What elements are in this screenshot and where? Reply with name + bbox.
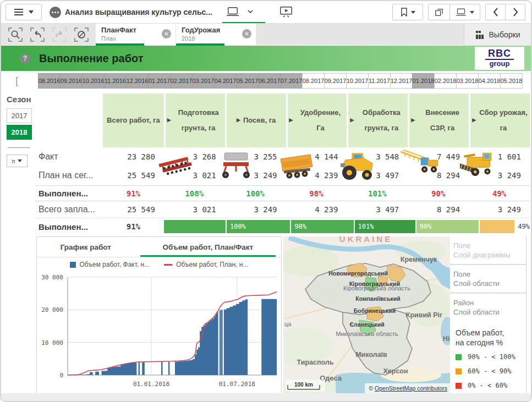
fact-value-cell: 3 548 [347,152,408,161]
caret-down-icon [470,11,474,14]
timeline-cell[interactable]: 08.2017 [302,73,325,89]
bookmarks-button[interactable] [392,4,423,20]
expand-icon[interactable]: ▶ [411,115,415,125]
clear-selections-icon[interactable] [73,26,90,43]
column-header-2[interactable]: ▶Подготовка грунта, га [164,93,225,147]
timeline-cell[interactable]: 10.2016 [82,73,105,89]
timeline-cell[interactable]: 03.2018 [456,73,479,89]
sheet-view-icon[interactable] [226,5,240,18]
timeline-cell[interactable]: 06.2017 [258,73,281,89]
plan-value-cell: 3 249 [225,171,286,180]
season-option-2018[interactable]: 2018 [7,125,32,140]
expand-icon[interactable]: ▶ [237,115,240,125]
total-value-cell: 25 549 [103,205,164,214]
chevron-down-icon[interactable] [248,10,253,14]
expand-icon[interactable]: ▶ [472,115,476,125]
row-label-total-planned: Всего запла... [35,205,103,214]
timeline-cell[interactable]: 09.2017 [324,73,347,89]
filter-value: 2018 [182,35,195,42]
timeline-cell[interactable]: 05.2017 [236,73,259,89]
filter-chip-godurozhaya[interactable]: ГодУрожая 2018 ✕ [176,24,256,46]
map-attribution[interactable]: © OpenStreetMap contributors [369,385,447,392]
column-header-5[interactable]: ▶Обработка грунта, га [347,93,408,147]
grid-icon [475,30,484,39]
column-header-6[interactable]: ▶Внесение СЗР, га [408,93,469,147]
timeline-cell[interactable]: 08.2016 [38,73,61,89]
timeline-cell[interactable]: 10.2017 [346,73,369,89]
divider [8,147,30,148]
filter-field: ГодУрожая [182,26,220,34]
fact-value-cell: 3 268 [164,152,225,161]
district-label: Єланецький [349,321,384,328]
timeline-cell[interactable]: 07.2017 [280,73,303,89]
sheet-list-button[interactable] [449,4,480,20]
close-icon[interactable]: ✕ [242,29,251,38]
row-label-done-pct: Выполнен... [35,189,103,198]
caret-down-icon [411,11,415,14]
timeline-cell[interactable]: 04.2018 [478,73,501,89]
completion-bar-segment: 98% [291,220,353,233]
app-options-icon[interactable] [50,7,61,18]
bookmark-icon [401,8,408,16]
season-option-2017[interactable]: 2017 [7,108,32,123]
legend-range-label: 90% - < 100% [468,353,515,361]
expand-icon[interactable]: ▶ [350,115,354,125]
city-label-partial: ца [284,321,292,327]
fact-value-cell: 1 601 [469,152,530,161]
timeline-cell[interactable]: 02.2017 [170,73,193,89]
timeline-range-handle[interactable]: [ [15,75,18,87]
close-icon[interactable]: ✕ [162,29,171,38]
timeline-cell[interactable]: 04.2017 [214,73,237,89]
tab-work-schedule[interactable]: График работ [37,237,135,257]
timeline-cell[interactable]: 03.2017 [192,73,215,89]
selections-tool-button[interactable]: Выборки [464,24,531,46]
svg-text:10 000: 10 000 [41,339,63,346]
timeline-cell[interactable]: 12.2017 [390,73,413,89]
timeline-cell[interactable]: 01.2018 [412,73,435,89]
layer-group-area-district[interactable]: РайонСлой области [451,294,526,321]
previous-sheet-button[interactable] [485,4,506,20]
next-sheet-button[interactable] [505,4,525,20]
global-menu-button[interactable] [6,4,42,20]
legend-item-fact: Объем работ, Факт, н... [70,261,150,268]
chevron-down-icon [29,10,34,14]
timeline-cell[interactable]: 11.2016 [104,73,127,89]
smart-search-icon[interactable] [7,26,24,43]
help-icon[interactable]: ? [20,53,30,64]
expand-icon[interactable]: ▶ [167,115,171,125]
fact-value-cell: 7 449 [408,152,469,161]
svg-text:20 000: 20 000 [41,306,63,313]
timeline-cell[interactable]: 09.2016 [60,73,83,89]
column-header-3[interactable]: ▶Посев, га [225,93,286,147]
expand-icon[interactable]: ▶ [289,115,293,125]
city-label: Нікоп [443,335,450,343]
timeline-cell[interactable]: 01.2017 [148,73,171,89]
duplicate-sheet-button[interactable] [428,4,450,20]
column-header-4[interactable]: ▶Удобрение, Га [286,93,347,147]
filter-chip-planfakt[interactable]: ПланФакт План ✕ [96,24,175,46]
regions-map[interactable]: UKRAINE Кременчук Новомиргородський Кіро… [283,236,450,393]
layer-group-area-field[interactable]: ПолеСлой области [451,265,526,293]
mini-filter-dropdown[interactable]: п [7,155,28,167]
cumulative-work-chart[interactable]: 010 00020 00030 00001.01.201801.07.2018 [37,273,281,390]
done-pct-cell: 101% [347,189,408,198]
timeline-cell[interactable]: 12.2016 [126,73,149,89]
plan-value-cell: 3 249 [469,171,530,180]
sheet-icon [456,8,467,16]
row-label-fact: Факт [35,152,103,162]
copy-icon [435,8,443,16]
city-label: Кривий Ріг [406,311,443,319]
map-scale-label: 100 km [294,382,313,388]
presentation-mode-icon[interactable] [279,5,293,19]
tab-work-volume-plan-fact[interactable]: Объем работ, План/Факт [135,237,281,257]
timeline-cell[interactable]: 11.2017 [368,73,391,89]
fact-value-cell: 4 144 [286,152,347,161]
plan-series-swatch [164,264,172,266]
done-pct-cell: 100% [225,189,286,198]
column-header-1[interactable]: Всего работ, га [103,93,164,147]
timeline-cell[interactable]: 05.2018 [500,73,523,89]
done-pct-cell: 98% [286,189,347,198]
step-back-icon[interactable] [29,26,46,43]
column-header-7[interactable]: ▶Сбор урожая, га [469,93,530,147]
timeline-cell[interactable]: 02.2018 [434,73,457,89]
